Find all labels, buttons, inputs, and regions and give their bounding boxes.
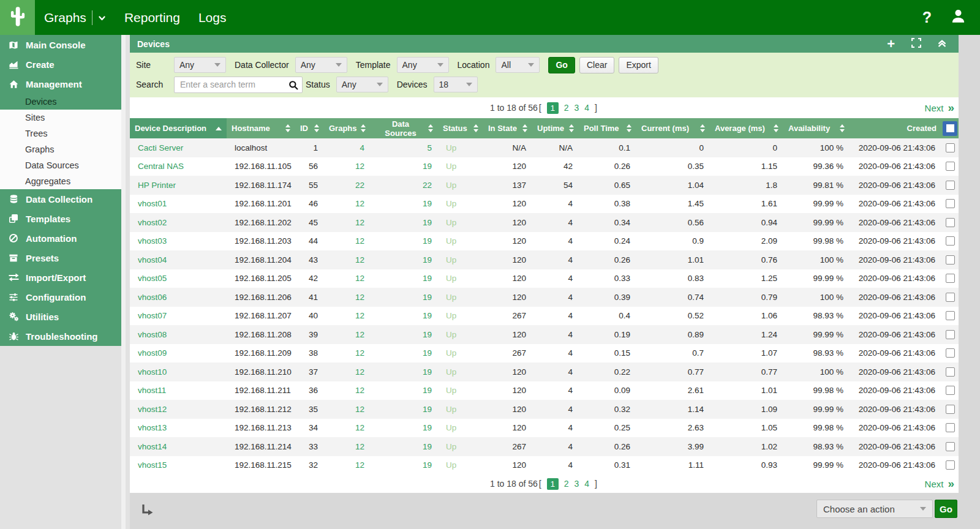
row-checkbox[interactable]: [946, 143, 955, 152]
user-icon[interactable]: [950, 8, 967, 27]
column-header-current-ms-[interactable]: Current (ms): [636, 118, 710, 138]
column-header-uptime[interactable]: Uptime: [532, 118, 579, 138]
cell-link[interactable]: 19: [423, 274, 432, 283]
row-checkbox[interactable]: [946, 311, 955, 320]
column-header-hostname[interactable]: Hostname: [227, 118, 295, 138]
status-select[interactable]: Any: [336, 77, 388, 92]
row-checkbox[interactable]: [946, 274, 955, 283]
select-all-checkbox[interactable]: [943, 121, 957, 136]
row-checkbox[interactable]: [946, 423, 955, 432]
sidebar-item-main-console[interactable]: Main Console: [0, 35, 121, 54]
cell-link[interactable]: 19: [423, 218, 432, 227]
template-select[interactable]: Any: [397, 57, 449, 73]
cell-link[interactable]: 19: [423, 460, 432, 470]
add-device-icon[interactable]: +: [887, 37, 895, 51]
cell-link[interactable]: 12: [355, 367, 364, 377]
cell-link[interactable]: 12: [355, 236, 364, 246]
column-header-average-ms-[interactable]: Average (ms): [710, 118, 783, 138]
cell-link[interactable]: 12: [355, 386, 364, 395]
page-current[interactable]: 1: [547, 478, 559, 490]
device-link[interactable]: vhost11: [138, 386, 166, 395]
next-page-link[interactable]: Next»: [925, 101, 954, 114]
row-checkbox[interactable]: [946, 367, 955, 377]
page-link[interactable]: 4: [584, 103, 589, 113]
sidebar-item-sites[interactable]: Sites: [0, 110, 121, 126]
cell-link[interactable]: 4: [360, 143, 364, 152]
page-link[interactable]: 2: [564, 479, 569, 489]
cell-link[interactable]: 12: [355, 423, 364, 432]
devices-select[interactable]: 18: [434, 77, 478, 92]
cell-link[interactable]: 19: [423, 199, 432, 208]
cell-link[interactable]: 12: [355, 274, 364, 283]
page-current[interactable]: 1: [547, 102, 559, 114]
nav-tab-graphs[interactable]: Graphs: [35, 0, 115, 35]
sidebar-item-data-collection[interactable]: Data Collection: [0, 189, 121, 209]
cell-link[interactable]: 12: [355, 293, 364, 302]
row-checkbox[interactable]: [946, 405, 955, 414]
sidebar-item-import-export[interactable]: Import/Export: [0, 268, 121, 287]
collapse-panel-icon[interactable]: [938, 39, 946, 50]
column-header-graphs[interactable]: Graphs: [324, 118, 371, 138]
device-link[interactable]: vhost09: [138, 348, 167, 358]
row-checkbox[interactable]: [946, 386, 955, 395]
cell-link[interactable]: 12: [355, 162, 364, 171]
cell-link[interactable]: 19: [423, 367, 432, 377]
cell-link[interactable]: 19: [423, 386, 432, 395]
page-link[interactable]: 3: [575, 479, 579, 489]
column-header-created[interactable]: Created: [850, 118, 941, 138]
cell-link[interactable]: 12: [355, 255, 364, 264]
search-input[interactable]: [174, 77, 303, 93]
device-link[interactable]: Cacti Server: [138, 143, 183, 152]
data-collector-select[interactable]: Any: [295, 57, 347, 73]
sidebar-item-configuration[interactable]: Configuration: [0, 287, 121, 307]
device-link[interactable]: vhost02: [138, 218, 167, 227]
choose-action-select[interactable]: Choose an action: [816, 500, 933, 518]
device-link[interactable]: Central NAS: [138, 162, 184, 171]
row-checkbox[interactable]: [946, 236, 955, 246]
next-page-link[interactable]: Next»: [925, 477, 954, 490]
cell-link[interactable]: 19: [423, 255, 432, 264]
page-link[interactable]: 4: [584, 479, 589, 489]
device-link[interactable]: vhost08: [138, 330, 167, 339]
nav-tab-logs[interactable]: Logs: [189, 0, 236, 35]
cell-link[interactable]: 22: [423, 181, 432, 190]
cell-link[interactable]: 22: [355, 181, 364, 190]
sidebar-item-data-sources[interactable]: Data Sources: [0, 157, 121, 173]
device-link[interactable]: vhost10: [138, 367, 167, 377]
cell-link[interactable]: 19: [423, 423, 432, 432]
cell-link[interactable]: 12: [355, 348, 364, 358]
sidebar-item-trees[interactable]: Trees: [0, 126, 121, 141]
device-link[interactable]: vhost03: [138, 236, 167, 246]
site-select[interactable]: Any: [174, 57, 226, 73]
cell-link[interactable]: 12: [355, 405, 364, 414]
column-header-poll-time[interactable]: Poll Time: [579, 118, 636, 138]
search-icon[interactable]: [288, 80, 298, 92]
page-link[interactable]: 3: [575, 103, 579, 113]
sidebar-item-aggregates[interactable]: Aggregates: [0, 173, 121, 189]
cell-link[interactable]: 19: [423, 236, 432, 246]
column-header-device-description[interactable]: Device Description: [130, 118, 227, 138]
device-link[interactable]: vhost12: [138, 405, 167, 414]
cell-link[interactable]: 19: [423, 442, 432, 451]
cell-link[interactable]: 19: [423, 330, 432, 339]
sidebar-item-troubleshooting[interactable]: Troubleshooting: [0, 326, 121, 346]
column-header-availability[interactable]: Availability: [783, 118, 850, 138]
row-checkbox[interactable]: [946, 255, 955, 264]
device-link[interactable]: vhost04: [138, 255, 167, 264]
column-header-in-state[interactable]: In State: [483, 118, 532, 138]
sidebar-item-graphs[interactable]: Graphs: [0, 141, 121, 157]
sidebar-item-management[interactable]: Management: [0, 74, 121, 94]
row-checkbox[interactable]: [946, 330, 955, 339]
cell-link[interactable]: 12: [355, 460, 364, 470]
cell-link[interactable]: 12: [355, 442, 364, 451]
cacti-logo[interactable]: [0, 0, 35, 35]
device-link[interactable]: vhost13: [138, 423, 167, 432]
row-checkbox[interactable]: [946, 348, 955, 358]
row-checkbox[interactable]: [946, 218, 955, 227]
export-button[interactable]: Export: [619, 57, 658, 73]
cell-link[interactable]: 19: [423, 293, 432, 302]
row-checkbox[interactable]: [946, 181, 955, 190]
sidebar-item-utilities[interactable]: Utilities: [0, 307, 121, 326]
column-header-status[interactable]: Status: [438, 118, 483, 138]
sidebar-item-create[interactable]: Create: [0, 54, 121, 74]
